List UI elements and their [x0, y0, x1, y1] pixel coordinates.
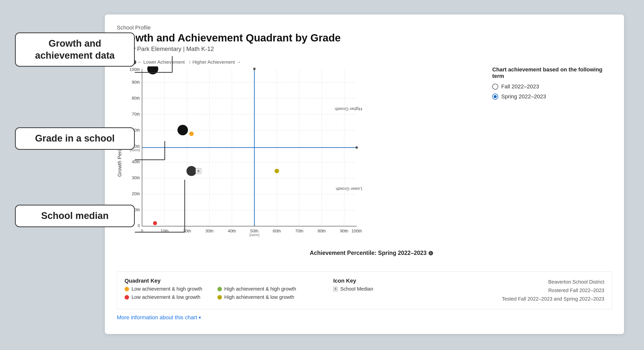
svg-point-50	[356, 146, 358, 149]
svg-text:30th: 30th	[205, 229, 214, 234]
lower-achievement-label: ← Lower Achievement	[137, 60, 185, 65]
quadrant-key-section: Quadrant Key Low achievement & high grow…	[124, 278, 323, 303]
annotation-text-1: Growth and achievement data	[35, 38, 115, 61]
legend-item-green: High achievement & high growth	[218, 286, 296, 292]
radio-fall-circle[interactable]	[492, 84, 498, 90]
data-point-yellow	[274, 169, 279, 173]
legend-label-orange: Low achievement & high growth	[132, 286, 202, 292]
svg-text:90th: 90th	[132, 80, 140, 85]
chart-left: Growth Percentile	[117, 66, 482, 247]
chart-area: Growth Percentile	[117, 66, 612, 247]
svg-point-51	[253, 68, 256, 70]
svg-text:100th: 100th	[129, 67, 140, 72]
svg-text:40th: 40th	[228, 229, 236, 234]
radio-fall-label: Fall 2022–2023	[501, 84, 539, 90]
legend-dot-red	[124, 295, 129, 300]
annotation-box-2: Grade in a school	[15, 127, 135, 150]
term-selector-title: Chart achievement based on the following…	[492, 66, 612, 80]
svg-text:20th: 20th	[183, 229, 191, 234]
quadrant-key-title: Quadrant Key	[124, 278, 323, 284]
legend-area: Quadrant Key Low achievement & high grow…	[117, 271, 612, 309]
data-point-median[interactable]	[186, 166, 196, 176]
legend-label-school-median: School Median	[340, 286, 373, 292]
chart-title: Growth and Achievement Quadrant by Grade	[117, 32, 612, 44]
svg-text:(norm): (norm)	[249, 233, 259, 237]
district-line-2: Rostered Fall 2022–2023	[406, 286, 604, 294]
svg-text:0: 0	[138, 224, 140, 228]
svg-text:90th: 90th	[340, 229, 348, 234]
district-line-1: Beaverton School District	[406, 278, 604, 286]
svg-text:70th: 70th	[295, 229, 303, 234]
x-axis-title: Achievement Percentile: Spring 2022–2023	[310, 250, 426, 256]
quadrant-col-2: High achievement & high growth High achi…	[218, 286, 296, 300]
svg-text:40th: 40th	[132, 160, 140, 164]
legend-label-red: Low achievement & low growth	[132, 294, 200, 300]
annotation-text-2: Grade in a school	[35, 133, 115, 144]
legend-square-school-median: S	[333, 287, 338, 291]
data-point-orange	[189, 132, 194, 136]
svg-text:30th: 30th	[132, 176, 140, 180]
chart-right-panel: Chart achievement based on the following…	[482, 66, 612, 247]
data-point-grade[interactable]	[178, 125, 188, 135]
annotation-box-1: Growth and achievement data	[15, 32, 135, 67]
icon-key-title: Icon Key	[333, 278, 396, 284]
svg-text:20th: 20th	[132, 192, 140, 196]
section-label: School Profile	[117, 24, 612, 31]
district-line-3: Tested Fall 2022–2023 and Spring 2022–20…	[406, 294, 604, 303]
quadrant-col-1: Low achievement & high growth Low achiev…	[124, 286, 202, 300]
legend-dot-green	[218, 287, 222, 291]
radio-spring-circle[interactable]	[492, 94, 498, 100]
svg-text:10th: 10th	[160, 229, 168, 234]
legend-dot-orange	[124, 287, 129, 291]
legend-label-yellow: High achievement & low growth	[224, 294, 294, 300]
chart-svg: 0 10th 20th 30th 40th 50th (norm) 60th 7…	[124, 66, 364, 246]
svg-text:80th: 80th	[318, 229, 326, 234]
icon-key-section: Icon Key S School Median	[333, 278, 396, 303]
svg-text:100th: 100th	[352, 229, 362, 234]
legend-item-red: Low achievement & low growth	[124, 294, 202, 300]
radio-spring[interactable]: Spring 2022–2023	[492, 93, 612, 100]
radio-spring-label: Spring 2022–2023	[501, 93, 546, 100]
svg-text:0: 0	[141, 229, 143, 234]
svg-text:S: S	[197, 169, 200, 173]
legend-item-school-median: S School Median	[333, 286, 396, 292]
higher-achievement-label: Higher Achievement →	[192, 60, 241, 65]
legend-item-orange: Low achievement & high growth	[124, 286, 202, 292]
svg-text:60th: 60th	[272, 229, 281, 234]
svg-text:70th: 70th	[132, 112, 140, 116]
svg-text:80th: 80th	[132, 96, 140, 100]
legend-item-yellow: High achievement & low growth	[218, 294, 296, 300]
data-point-red	[153, 221, 157, 225]
svg-text:Higher Growth: Higher Growth	[335, 106, 362, 111]
radio-fall[interactable]: Fall 2022–2023	[492, 84, 612, 90]
more-info-label: More information about this chart	[117, 314, 197, 321]
svg-text:Lower Growth: Lower Growth	[336, 186, 362, 191]
legend-label-green: High achievement & high growth	[224, 286, 296, 292]
district-info: Beaverton School District Rostered Fall …	[406, 278, 604, 303]
data-point-1	[147, 66, 158, 74]
more-info-link[interactable]: More information about this chart ▾	[117, 314, 612, 321]
more-info-chevron-icon: ▾	[199, 315, 201, 320]
annotation-text-3: School median	[41, 210, 108, 221]
chart-card: School Profile Growth and Achievement Qu…	[105, 14, 624, 334]
achievement-direction-row: i ← Lower Achievement Higher Achievement…	[117, 60, 612, 65]
x-axis-info-icon[interactable]: i	[428, 251, 433, 256]
legend-dot-yellow	[218, 295, 222, 300]
x-axis-title-row: Achievement Percentile: Spring 2022–2023…	[132, 250, 612, 256]
district-info-section: Beaverton School District Rostered Fall …	[406, 278, 604, 303]
chart-subtitle: Oakley Park Elementary | Math K-12	[117, 46, 612, 52]
annotation-box-3: School median	[15, 205, 135, 227]
